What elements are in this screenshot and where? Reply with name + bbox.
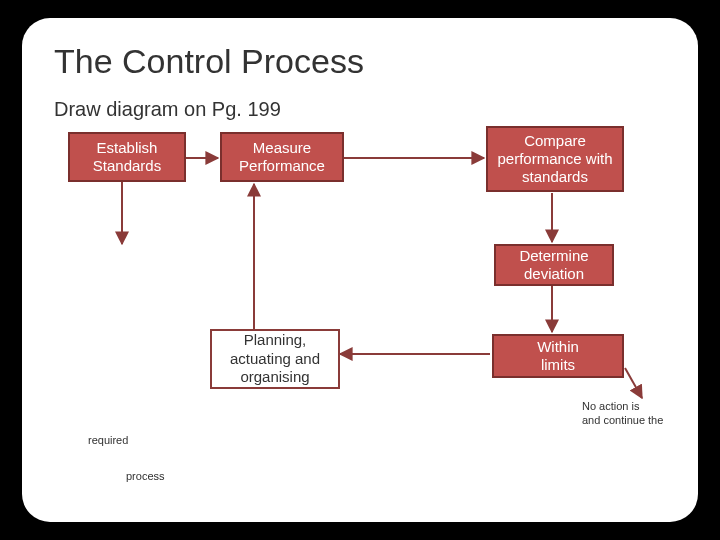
slide-subtitle: Draw diagram on Pg. 199	[54, 98, 281, 121]
svg-line-4	[625, 368, 642, 398]
box-within-limits: Within limits	[492, 334, 624, 378]
box-label: Planning, actuating and organising	[216, 331, 334, 387]
box-label: Within limits	[537, 338, 579, 374]
note-required: required	[88, 434, 128, 448]
note-text: required	[88, 434, 128, 446]
note-text: process	[126, 470, 165, 482]
box-label: Measure Performance	[239, 139, 325, 175]
box-label: Compare performance with standards	[492, 132, 618, 186]
box-determine-deviation: Determine deviation	[494, 244, 614, 286]
box-label: Determine deviation	[500, 247, 608, 283]
note-process: process	[126, 470, 165, 484]
note-text: No action is and continue the	[582, 400, 663, 426]
box-compare: Compare performance with standards	[486, 126, 624, 192]
box-establish-standards: Establish Standards	[68, 132, 186, 182]
box-planning: Planning, actuating and organising	[210, 329, 340, 389]
slide-title: The Control Process	[54, 42, 364, 81]
note-no-action: No action is and continue the	[582, 400, 692, 428]
slide-card: The Control Process Draw diagram on Pg. …	[22, 18, 698, 522]
box-measure-performance: Measure Performance	[220, 132, 344, 182]
box-label: Establish Standards	[93, 139, 161, 175]
